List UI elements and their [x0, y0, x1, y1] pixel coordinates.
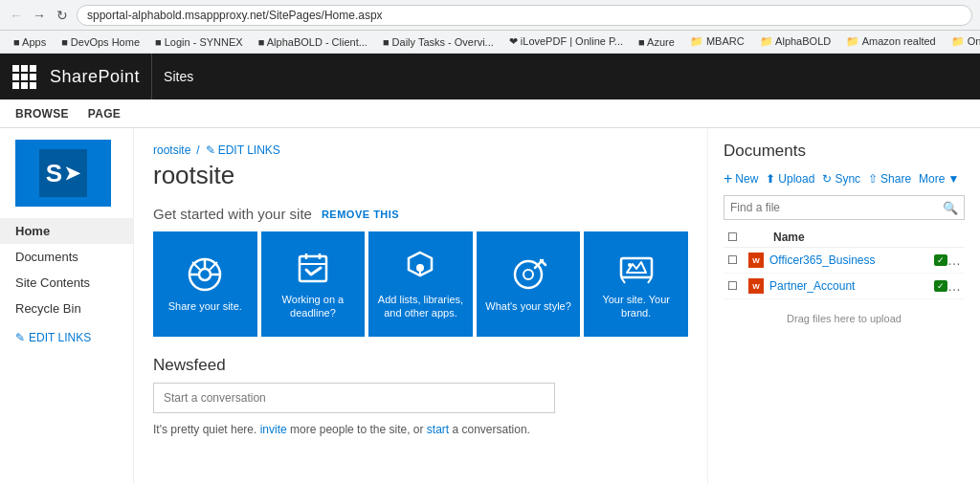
documents-title: Documents	[724, 142, 965, 161]
edit-links-label: EDIT LINKS	[29, 331, 91, 344]
bookmark-daily[interactable]: ■ Daily Tasks - Overvi...	[377, 35, 500, 49]
docs-toolbar: + New ⬆ Upload ↻ Sync ⇧ Share More ▼	[724, 170, 965, 187]
forward-button[interactable]: →	[31, 7, 48, 24]
waffle-button[interactable]	[10, 62, 38, 91]
newsfeed-section: Newsfeed It's pretty quiet here. invite …	[153, 356, 688, 436]
file-icon-1: W	[748, 253, 764, 268]
plus-icon: +	[724, 170, 732, 187]
header-checkbox: ☐	[727, 231, 743, 244]
more-button[interactable]: More ▼	[919, 172, 959, 186]
get-started-text: Get started with your site	[153, 206, 312, 222]
tile-style-label: What's your style?	[485, 299, 571, 313]
sidebar-item-recycle-bin[interactable]: Recycle Bin	[0, 296, 133, 321]
table-row[interactable]: ☐ W Partner_Account ✓ …	[724, 274, 965, 299]
share-toolbar-icon: ⇧	[868, 172, 878, 186]
svg-point-20	[628, 263, 632, 267]
ribbon-bar: BROWSE PAGE	[0, 99, 980, 128]
browser-bar: ← → ↻	[0, 0, 980, 31]
search-input[interactable]	[730, 201, 943, 214]
sync-label: Sync	[835, 172, 860, 186]
style-icon	[509, 255, 547, 294]
start-suffix: a conversation.	[453, 423, 530, 436]
tile-deadline[interactable]: Working on a deadline?	[261, 231, 366, 337]
breadcrumb-link[interactable]: rootsite	[153, 143, 190, 157]
refresh-button[interactable]: ↻	[54, 7, 71, 24]
more-options-1[interactable]: …	[947, 253, 961, 268]
tab-browse[interactable]: BROWSE	[15, 101, 69, 126]
start-link[interactable]: start	[427, 423, 449, 436]
sync-icon: ↻	[822, 172, 832, 186]
bookmark-amazon[interactable]: 📁 Amazon realted	[840, 34, 942, 49]
upload-label: Upload	[778, 172, 814, 186]
newsfeed-title: Newsfeed	[153, 356, 688, 375]
share-button[interactable]: ⇧ Share	[868, 172, 911, 186]
tab-page[interactable]: PAGE	[88, 101, 121, 126]
back-button[interactable]: ←	[8, 7, 25, 24]
tiles-row: Share your site. Working on a deadline?	[153, 231, 688, 337]
breadcrumb-edit-links[interactable]: ✎ EDIT LINKS	[206, 143, 280, 157]
new-label: New	[735, 172, 758, 186]
file-name-2[interactable]: Partner_Account	[769, 279, 931, 293]
tile-brand[interactable]: Your site. Your brand.	[584, 231, 688, 337]
tile-share[interactable]: Share your site.	[153, 231, 257, 337]
docs-drop-zone: Drag files here to upload	[724, 303, 965, 334]
bookmark-streaming[interactable]: 📁 Online Streaming Si...	[946, 34, 980, 49]
deadline-icon	[294, 249, 332, 287]
svg-point-15	[523, 270, 533, 279]
search-icon: 🔍	[943, 201, 958, 215]
pencil-icon: ✎	[15, 331, 25, 344]
row-checkbox-1[interactable]: ☐	[727, 253, 743, 267]
url-bar[interactable]	[77, 5, 972, 26]
get-started-bar: Get started with your site REMOVE THIS	[153, 206, 688, 222]
site-logo: S ➤	[15, 140, 111, 207]
sidebar-edit-links[interactable]: ✎ EDIT LINKS	[0, 321, 133, 354]
docs-search-bar: 🔍	[724, 195, 965, 220]
sites-label: Sites	[151, 54, 205, 99]
svg-line-17	[541, 260, 546, 265]
content-area: rootsite / ✎ EDIT LINKS rootsite Get sta…	[134, 128, 707, 484]
bookmark-devops[interactable]: ■ DevOps Home	[56, 35, 145, 49]
file-name-1[interactable]: Officer365_Business	[769, 253, 931, 267]
logo-letter: S ➤	[39, 149, 87, 197]
bookmark-ilovepdf[interactable]: ❤ iLovePDF | Online P...	[503, 34, 629, 49]
tile-apps-label: Add lists, libraries, and other apps.	[376, 293, 465, 320]
bookmark-alphabold2[interactable]: 📁 AlphaBOLD	[754, 34, 837, 49]
breadcrumb-separator: /	[196, 143, 199, 157]
svg-point-1	[199, 269, 211, 280]
edit-links-text: EDIT LINKS	[218, 143, 280, 157]
sidebar: S ➤ Home Documents Site Contents Recycle…	[0, 128, 134, 484]
tile-apps[interactable]: Add lists, libraries, and other apps.	[368, 231, 473, 337]
quiet-text: It's pretty quiet here.	[153, 423, 256, 436]
table-row[interactable]: ☐ W Officer365_Business ✓ …	[724, 248, 965, 274]
share-label: Share	[880, 172, 911, 186]
sidebar-item-home[interactable]: Home	[0, 218, 133, 244]
bookmark-azure[interactable]: ■ Azure	[633, 35, 680, 49]
file-icon-2: W	[748, 278, 764, 294]
newsfeed-quiet: It's pretty quiet here. invite more peop…	[153, 423, 688, 436]
row-checkbox-2[interactable]: ☐	[727, 279, 743, 293]
main-layout: S ➤ Home Documents Site Contents Recycle…	[0, 128, 980, 484]
bookmark-login[interactable]: ■ Login - SYNNEX	[149, 35, 249, 49]
tile-share-label: Share your site.	[168, 299, 242, 313]
name-column-header[interactable]: Name	[773, 231, 961, 244]
share-icon	[186, 255, 224, 294]
sidebar-item-site-contents[interactable]: Site Contents	[0, 270, 133, 296]
tile-style[interactable]: What's your style?	[477, 231, 581, 337]
chevron-down-icon: ▼	[947, 172, 959, 186]
bookmark-apps[interactable]: ■ Apps	[8, 35, 52, 49]
tile-brand-label: Your site. Your brand.	[591, 293, 680, 320]
brand-icon	[617, 249, 656, 287]
page-title: rootsite	[153, 161, 688, 190]
upload-button[interactable]: ⬆ Upload	[766, 172, 814, 186]
bookmark-alphabold[interactable]: ■ AlphaBOLD - Client...	[253, 35, 373, 49]
sync-button[interactable]: ↻ Sync	[822, 172, 860, 186]
more-options-2[interactable]: …	[947, 278, 961, 294]
new-button[interactable]: + New	[724, 170, 758, 187]
conversation-input[interactable]	[153, 383, 555, 413]
pencil-icon-small: ✎	[206, 143, 215, 157]
remove-this-button[interactable]: REMOVE THIS	[322, 209, 399, 220]
waffle-icon	[12, 65, 36, 89]
sidebar-item-documents[interactable]: Documents	[0, 244, 133, 270]
invite-link[interactable]: invite	[260, 423, 287, 436]
bookmark-mbarc[interactable]: 📁 MBARC	[684, 34, 750, 49]
